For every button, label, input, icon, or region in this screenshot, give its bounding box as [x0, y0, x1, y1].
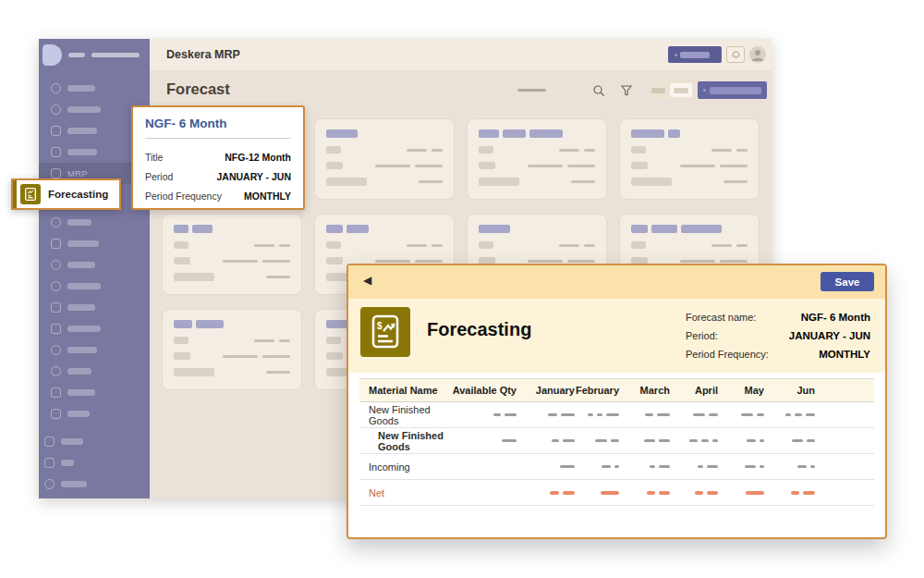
view-toggle[interactable]	[648, 81, 694, 99]
button-icon-dot	[703, 89, 706, 92]
placeholder-value-dash	[611, 439, 619, 442]
view-toggle-option-b[interactable]	[670, 83, 692, 97]
material-name-cell: New Finished Goods	[359, 430, 447, 452]
value-cell	[670, 465, 718, 468]
card-field-row	[326, 146, 443, 154]
forecasting-callout-label: Forecasting	[48, 189, 108, 200]
popup-field-row: TitleNFG-12 Month	[145, 147, 291, 166]
card-field-row	[479, 146, 595, 154]
table-row[interactable]: Net	[359, 480, 874, 506]
placeholder-dash	[680, 165, 715, 167]
placeholder-dashes	[266, 276, 290, 278]
sidebar-item[interactable]	[39, 431, 150, 452]
column-header: May	[718, 385, 764, 396]
placeholder-value-dash	[561, 413, 575, 416]
placeholder-dashes	[254, 339, 290, 342]
sidebar-item[interactable]	[39, 473, 150, 495]
forecast-card[interactable]	[162, 309, 302, 390]
nav-item-icon	[51, 345, 61, 355]
forecast-card[interactable]	[162, 214, 302, 295]
meta-row: Period:JANUARY - JUN	[686, 326, 870, 345]
column-header: Available Qty	[447, 385, 517, 396]
sidebar-item[interactable]	[39, 254, 150, 276]
sidebar-item-placeholder	[67, 304, 95, 311]
value-cell	[575, 465, 619, 468]
sidebar-item-placeholder	[67, 283, 101, 289]
sidebar-item-placeholder	[67, 85, 95, 92]
sidebar-item[interactable]	[39, 212, 150, 233]
table-row[interactable]: New Finished Goods	[359, 402, 874, 428]
placeholder-bar	[631, 178, 672, 186]
sidebar-item[interactable]	[39, 276, 150, 297]
placeholder-dash	[407, 149, 427, 152]
save-button[interactable]: Save	[821, 272, 874, 291]
forecasting-menu-callout[interactable]: Forecasting	[11, 178, 121, 210]
table-row[interactable]: New Finished Goods	[359, 428, 874, 454]
forecast-card[interactable]	[467, 118, 607, 200]
placeholder-dashes	[407, 244, 443, 247]
forecast-detail-popup: NGF- 6 Month TitleNFG-12 MonthPeriodJANU…	[131, 105, 305, 210]
header-action-button[interactable]	[668, 46, 722, 63]
column-header: February	[575, 385, 619, 396]
bell-icon	[731, 49, 741, 60]
sidebar-item[interactable]	[39, 318, 150, 339]
sidebar-item-placeholder	[61, 438, 83, 445]
value-cell	[619, 413, 670, 416]
sidebar-item[interactable]	[39, 297, 150, 318]
toggle-label-placeholder	[651, 88, 665, 93]
app-logo[interactable]	[43, 43, 140, 67]
placeholder-bar	[196, 320, 224, 328]
forecast-card[interactable]	[619, 118, 760, 200]
placeholder-value-dash	[747, 439, 756, 442]
view-toggle-option-a[interactable]	[650, 83, 668, 97]
placeholder-value-dash	[602, 465, 611, 468]
sidebar-nav-bottom	[39, 431, 150, 495]
placeholder-dash	[559, 149, 579, 152]
placeholder-dashes	[571, 180, 595, 183]
placeholder-dash	[254, 244, 274, 247]
nav-item-icon	[51, 302, 61, 313]
card-field-row	[174, 337, 290, 344]
placeholder-bar	[326, 178, 367, 186]
search-icon[interactable]	[592, 84, 605, 97]
nav-item-icon	[44, 437, 55, 447]
placeholder-dash	[711, 244, 732, 247]
page: MRP Deskera MRP	[0, 0, 924, 578]
sidebar-item-placeholder	[67, 389, 95, 396]
value-cell	[575, 413, 619, 416]
sidebar-item[interactable]	[39, 403, 150, 424]
sidebar-item[interactable]	[39, 78, 150, 99]
filter-funnel-icon[interactable]	[620, 84, 633, 97]
sidebar-item[interactable]	[39, 452, 150, 473]
back-icon[interactable]: ◀	[363, 275, 371, 286]
notifications-button[interactable]	[726, 46, 745, 63]
placeholder-dash	[528, 260, 563, 263]
placeholder-dash	[711, 149, 732, 152]
card-field-row	[174, 368, 290, 376]
placeholder-bar	[192, 225, 213, 233]
user-avatar[interactable]	[749, 46, 766, 63]
forecast-card[interactable]	[314, 118, 455, 200]
sidebar-item[interactable]	[39, 382, 150, 403]
placeholder-bar	[326, 257, 343, 264]
card-field-row	[326, 162, 443, 169]
placeholder-dash	[720, 260, 748, 263]
placeholder-dash	[723, 180, 748, 183]
popup-title: NGF- 6 Month	[145, 117, 291, 130]
card-title-placeholder	[631, 225, 748, 233]
placeholder-dashes	[559, 149, 595, 152]
sidebar-item[interactable]	[39, 361, 150, 382]
sidebar-item-placeholder	[67, 149, 97, 155]
search-input[interactable]	[517, 89, 546, 92]
material-name-cell: Incoming	[359, 461, 447, 473]
placeholder-dash	[567, 260, 595, 263]
placeholder-value-dash	[659, 439, 670, 442]
sidebar-item[interactable]	[39, 233, 150, 254]
primary-action-button[interactable]	[698, 81, 767, 99]
placeholder-value-dash	[707, 465, 718, 468]
sidebar-item[interactable]	[39, 339, 150, 361]
popup-field-row: PeriodJANUARY - JUN	[145, 166, 291, 186]
table-row[interactable]: Incoming	[359, 454, 874, 480]
nav-item-icon	[51, 260, 61, 270]
placeholder-value-dash	[606, 413, 619, 416]
